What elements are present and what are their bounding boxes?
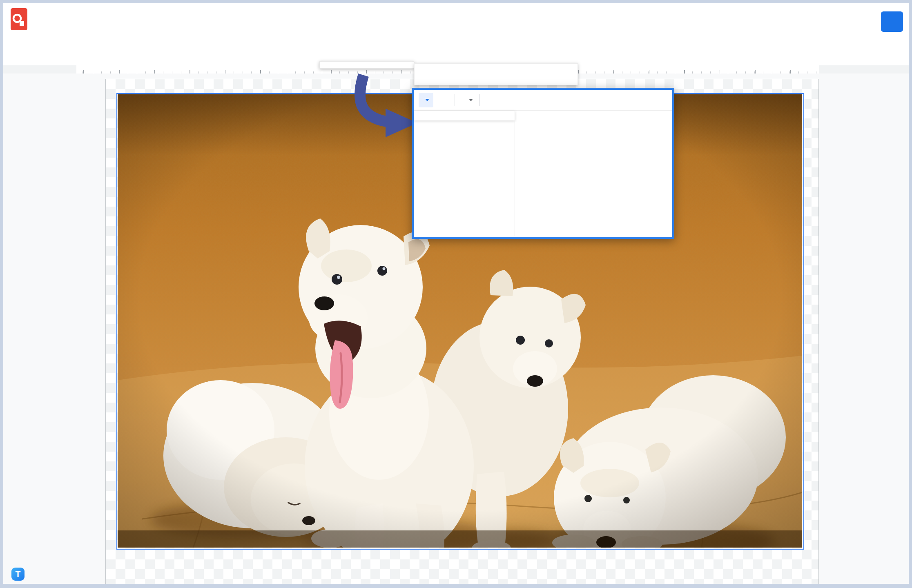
crop-icon[interactable] [419,93,433,107]
zoom-inset-panel [412,88,674,239]
star-icon[interactable] [37,7,46,16]
inset-shapes-submenu [515,111,672,236]
google-drawings-logo[interactable] [11,8,27,30]
template-net-logo: T [11,568,29,581]
cloud-status-icon[interactable] [69,7,78,16]
inset-toolbar [414,90,672,111]
template-net-badge-icon: T [11,568,25,581]
collapse-menus-chevron-up-icon[interactable] [890,44,905,59]
share-button[interactable] [881,11,903,32]
format-options-button[interactable] [485,93,499,107]
replace-image-button[interactable] [460,93,475,107]
crop-shapes-submenu [414,63,578,85]
toolbar [3,40,909,65]
app-header [3,3,909,40]
crop-shape-dropdown-menu [319,61,414,69]
drawings-app-window: T [3,3,909,584]
move-folder-icon[interactable] [53,7,62,16]
inset-crop-shape-menu [414,111,515,120]
mask-image-icon[interactable] [435,93,450,107]
